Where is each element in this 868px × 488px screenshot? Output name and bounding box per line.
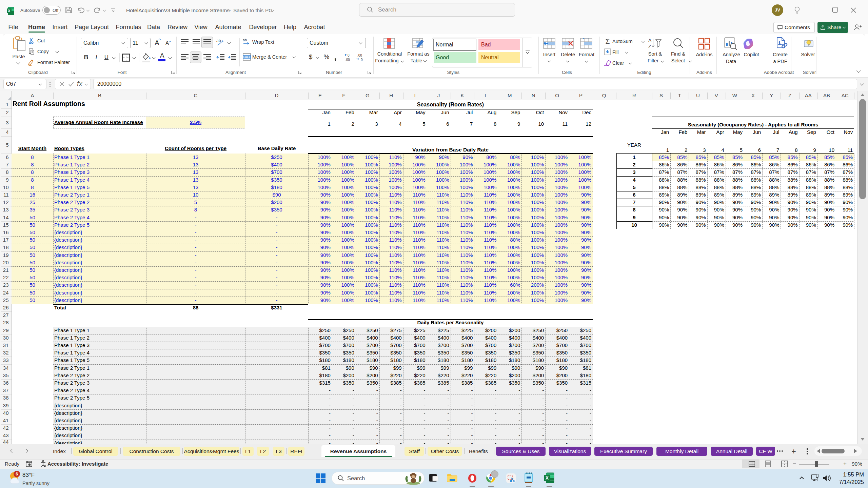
svg-text:ab: ab bbox=[216, 38, 221, 43]
svg-text:X: X bbox=[8, 9, 11, 13]
svg-text:A: A bbox=[648, 38, 652, 43]
svg-text:0: 0 bbox=[361, 58, 363, 62]
svg-text:.00: .00 bbox=[357, 54, 362, 57]
svg-text:ab: ab bbox=[243, 38, 247, 42]
svg-text:Z: Z bbox=[648, 44, 651, 49]
svg-text:0: 0 bbox=[348, 54, 350, 57]
svg-text:X: X bbox=[546, 475, 549, 481]
svg-text:.00: .00 bbox=[345, 58, 350, 62]
